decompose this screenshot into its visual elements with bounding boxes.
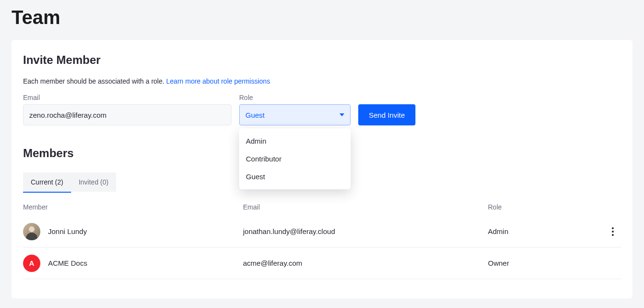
- email-field[interactable]: [23, 104, 231, 125]
- role-option-guest[interactable]: Guest: [239, 168, 351, 185]
- member-role: Admin: [488, 227, 599, 235]
- dots-vertical-icon: [612, 227, 614, 229]
- email-label: Email: [23, 94, 231, 101]
- row-actions-button[interactable]: [607, 226, 619, 237]
- role-option-admin[interactable]: Admin: [239, 132, 351, 150]
- col-header-member: Member: [23, 203, 243, 211]
- role-permissions-link[interactable]: Learn more about role permissions: [166, 77, 270, 85]
- member-role: Owner: [488, 259, 599, 267]
- role-label: Role: [239, 94, 351, 101]
- role-option-contributor[interactable]: Contributor: [239, 150, 351, 168]
- role-selected-value: Guest: [245, 111, 265, 119]
- table-row: A ACME Docs acme@liferay.com Owner: [23, 247, 621, 279]
- invite-section-title: Invite Member: [23, 53, 621, 67]
- invite-helper-static: Each member should be associated with a …: [23, 77, 166, 85]
- table-row: Jonni Lundy jonathan.lundy@liferay.cloud…: [23, 216, 621, 247]
- members-table: Member Email Role Jonni Lundy jonathan.l…: [23, 203, 621, 279]
- col-header-role: Role: [488, 203, 599, 211]
- tab-current[interactable]: Current (2): [23, 172, 71, 192]
- chevron-down-icon: [340, 113, 344, 116]
- avatar: A: [23, 255, 40, 272]
- send-invite-button[interactable]: Send Invite: [358, 104, 415, 125]
- col-header-email: Email: [243, 203, 488, 211]
- avatar: [23, 223, 40, 240]
- role-select[interactable]: Guest: [239, 104, 351, 125]
- member-email: jonathan.lundy@liferay.cloud: [243, 227, 488, 235]
- page-title: Team: [12, 0, 632, 40]
- member-name: Jonni Lundy: [48, 227, 87, 235]
- member-name: ACME Docs: [48, 259, 87, 267]
- role-dropdown: Admin Contributor Guest: [239, 128, 351, 189]
- invite-helper-text: Each member should be associated with a …: [23, 77, 621, 85]
- team-card: Invite Member Each member should be asso…: [12, 40, 632, 298]
- member-email: acme@liferay.com: [243, 259, 488, 267]
- tab-invited[interactable]: Invited (0): [71, 172, 116, 192]
